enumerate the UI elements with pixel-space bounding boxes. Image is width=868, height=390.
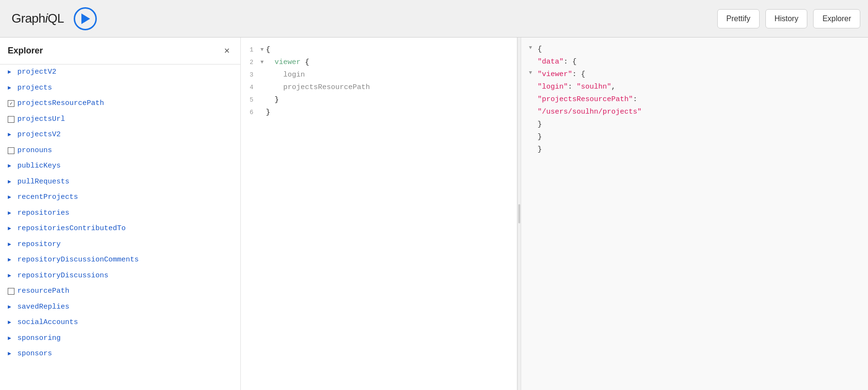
json-value: "soulhn" [577, 83, 611, 91]
query-editor-inner[interactable]: 1▼{2▼ viewer {3 login4 projectsResourceP… [241, 38, 517, 390]
history-button[interactable]: History [765, 9, 808, 28]
checkbox-icon[interactable] [8, 288, 14, 295]
sidebar-item-projectsUrl[interactable]: projectsUrl [0, 112, 240, 128]
explorer-button[interactable]: Explorer [813, 9, 860, 28]
result-content: "data": { [538, 56, 577, 68]
arrow-icon: ► [8, 84, 14, 92]
sidebar-item-label: sponsoring [17, 333, 61, 344]
arrow-icon: ► [8, 209, 14, 218]
sidebar-list: ►projectV2►projectsprojectsResourcePathp… [0, 65, 240, 390]
sidebar-item-label: repositoryDiscussionComments [17, 255, 139, 266]
sidebar-item-label: pullRequests [17, 177, 69, 188]
checkbox-icon[interactable] [8, 116, 14, 123]
fold-indicator[interactable]: ▼ [258, 59, 266, 65]
json-key: "projectsResourcePath" [538, 95, 633, 104]
result-fold-col[interactable]: ▼ [529, 68, 538, 78]
query-editor[interactable]: 1▼{2▼ viewer {3 login4 projectsResourceP… [241, 38, 517, 390]
sidebar-item-label: recentProjects [17, 192, 78, 203]
result-content: { [538, 43, 542, 56]
sidebar-item-label: pronouns [17, 145, 52, 156]
arrow-icon: ► [8, 350, 14, 358]
sidebar-item-label: publicKeys [17, 161, 61, 172]
result-content: "login": "soulhn", [538, 81, 616, 93]
sidebar-item-label: projectsV2 [17, 130, 61, 141]
sidebar-item-label: projectsResourcePath [17, 98, 104, 109]
sidebar-item-label: repositoriesContributedTo [17, 223, 126, 234]
result-line: } [529, 143, 860, 156]
arrow-icon: ► [8, 193, 14, 202]
sidebar-close-button[interactable]: × [221, 44, 233, 57]
line-number: 2 [241, 59, 258, 66]
json-punct: : [633, 95, 637, 104]
run-button[interactable] [74, 7, 97, 30]
sidebar-item-pullRequests[interactable]: ►pullRequests [0, 174, 240, 190]
checkbox-icon[interactable] [8, 100, 14, 107]
editor-divider[interactable] [517, 38, 521, 390]
line-number: 6 [241, 109, 258, 116]
sidebar-item-repository[interactable]: ►repository [0, 237, 240, 253]
arrow-icon: ► [8, 224, 14, 233]
json-key: "login" [538, 83, 568, 91]
sidebar-title: Explorer [8, 46, 43, 56]
result-line: "/users/soulhn/projects" [529, 106, 860, 118]
sidebar-item-projects[interactable]: ►projects [0, 80, 240, 96]
sidebar-item-projectV2[interactable]: ►projectV2 [0, 65, 240, 80]
sidebar-item-repositories[interactable]: ►repositories [0, 206, 240, 221]
json-punct: : { [572, 70, 585, 78]
sidebar-header: Explorer × [0, 38, 240, 65]
json-key: "data" [538, 58, 564, 66]
json-key: "viewer" [538, 70, 572, 78]
code-line: 1▼{ [241, 43, 517, 56]
arrow-icon: ► [8, 130, 14, 139]
divider-handle [518, 204, 520, 223]
result-content: "projectsResourcePath": [538, 93, 637, 106]
json-punct: , [611, 83, 616, 91]
line-number: 4 [241, 84, 258, 91]
sidebar: Explorer × ►projectV2►projectsprojectsRe… [0, 38, 241, 390]
result-line: ▼{ [529, 43, 860, 56]
sidebar-item-label: resourcePath [17, 286, 69, 297]
sidebar-item-projectsV2[interactable]: ►projectsV2 [0, 127, 240, 143]
result-content: } [538, 118, 542, 131]
line-number: 1 [241, 46, 258, 53]
editor-area: 1▼{2▼ viewer {3 login4 projectsResourceP… [241, 38, 868, 390]
code-line: 5 } [241, 93, 517, 106]
result-fold-col[interactable]: ▼ [529, 43, 538, 52]
result-content: } [538, 131, 542, 143]
sidebar-item-label: projectsUrl [17, 114, 65, 125]
arrow-icon: ► [8, 272, 14, 280]
sidebar-item-savedReplies[interactable]: ►savedReplies [0, 299, 240, 315]
sidebar-item-sponsors[interactable]: ►sponsors [0, 346, 240, 362]
result-line: "login": "soulhn", [529, 81, 860, 93]
sidebar-item-resourcePath[interactable]: resourcePath [0, 284, 240, 299]
sidebar-item-label: repositoryDiscussions [17, 271, 108, 282]
code-line: 6} [241, 106, 517, 118]
json-punct: { [538, 45, 542, 53]
json-punct: } [538, 133, 542, 141]
prettify-button[interactable]: Prettify [717, 9, 760, 28]
sidebar-item-publicKeys[interactable]: ►publicKeys [0, 158, 240, 174]
sidebar-item-label: repository [17, 239, 61, 250]
checkbox-icon[interactable] [8, 147, 14, 154]
code-content: projectsResourcePath [266, 83, 517, 91]
line-number: 5 [241, 96, 258, 104]
json-punct: : { [564, 58, 577, 66]
sidebar-item-projectsResourcePath[interactable]: projectsResourcePath [0, 96, 240, 112]
arrow-icon: ► [8, 318, 14, 327]
main-area: Explorer × ►projectV2►projectsprojectsRe… [0, 38, 868, 390]
app-title: GraphiQL [12, 11, 64, 26]
result-content: "/users/soulhn/projects" [538, 106, 642, 118]
sidebar-item-sponsoring[interactable]: ►sponsoring [0, 331, 240, 347]
sidebar-item-socialAccounts[interactable]: ►socialAccounts [0, 315, 240, 331]
result-area: ▼{ "data": {▼ "viewer": { "login": "soul… [521, 38, 868, 390]
fold-indicator[interactable]: ▼ [258, 47, 266, 52]
sidebar-item-label: sponsors [17, 349, 52, 360]
sidebar-item-repositoryDiscussions[interactable]: ►repositoryDiscussions [0, 268, 240, 284]
sidebar-item-repositoriesContributedTo[interactable]: ►repositoriesContributedTo [0, 221, 240, 237]
toolbar: GraphiQL Prettify History Explorer [0, 0, 868, 38]
sidebar-item-repositoryDiscussionComments[interactable]: ►repositoryDiscussionComments [0, 252, 240, 268]
result-line: } [529, 118, 860, 131]
sidebar-item-pronouns[interactable]: pronouns [0, 143, 240, 159]
sidebar-item-recentProjects[interactable]: ►recentProjects [0, 190, 240, 206]
sidebar-item-label: repositories [17, 208, 69, 219]
